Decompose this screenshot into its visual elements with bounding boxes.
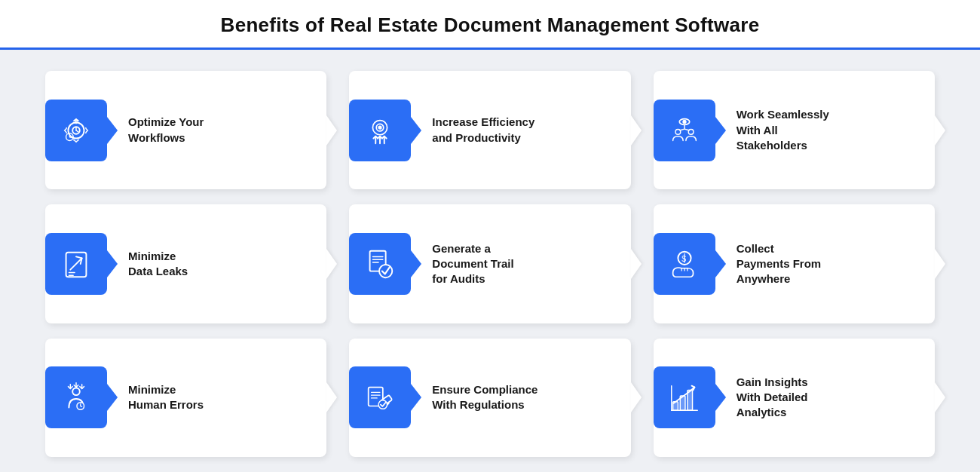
card-ensure-compliance: Ensure ComplianceWith Regulations [349,339,630,457]
icon-box-optimize [45,100,107,161]
card-gain-insights: Gain InsightsWith DetailedAnalytics [654,339,935,457]
svg-point-28 [379,265,392,277]
card-label-analytics: Gain InsightsWith DetailedAnalytics [715,367,822,428]
hand-coin-icon: $ [667,247,702,281]
svg-point-35 [72,388,80,396]
chart-arrow-icon [59,247,93,281]
gear-clock-icon [59,113,93,148]
svg-line-18 [679,129,684,130]
doc-check-icon [363,247,397,281]
icon-box-payments: $ [654,233,715,295]
header: Benefits of Real Estate Document Managem… [0,0,980,50]
svg-line-19 [684,129,690,130]
card-document-trail: Generate aDocument Trailfor Audits [349,204,630,323]
card-label-data-leaks: MinimizeData Leaks [107,241,201,287]
card-minimize-human-errors: MinimizeHuman Errors [45,339,326,457]
icon-box-document-trail [349,233,411,295]
gavel-doc-icon [363,380,397,415]
card-collect-payments: $ CollectPayments FromAnywhere [654,204,935,323]
icon-box-human-errors [45,366,107,428]
card-label-human-errors: MinimizeHuman Errors [107,375,217,421]
icon-box-efficiency [349,100,411,161]
card-label-compliance: Ensure ComplianceWith Regulations [411,375,551,421]
card-optimize-workflows: Optimize YourWorkflows [45,71,326,189]
benefits-grid: Optimize YourWorkflows Increase Efficien… [0,50,980,472]
icon-box-stakeholders [654,100,715,161]
card-label-efficiency: Increase Efficiencyand Productivity [411,107,548,153]
people-arrows-icon [59,380,93,415]
team-eye-icon [667,113,702,148]
page-title: Benefits of Real Estate Document Managem… [0,14,980,37]
icon-box-compliance [349,366,411,428]
svg-text:$: $ [681,254,686,263]
card-work-seamlessly: Work SeamlesslyWith AllStakeholders [654,71,935,189]
card-label-document-trail: Generate aDocument Trailfor Audits [411,234,527,295]
svg-point-48 [378,400,387,409]
svg-point-9 [378,126,381,129]
card-label-optimize: Optimize YourWorkflows [107,107,217,153]
card-increase-efficiency: Increase Efficiencyand Productivity [349,71,630,189]
svg-line-3 [76,130,78,132]
icon-box-analytics [654,366,715,428]
svg-point-14 [683,120,686,123]
card-label-stakeholders: Work SeamlesslyWith AllStakeholders [715,100,843,161]
arrows-up-icon [363,113,397,148]
card-label-payments: CollectPayments FromAnywhere [715,234,835,295]
card-minimize-data-leaks: MinimizeData Leaks [45,204,326,323]
bar-chart-icon [667,380,702,415]
icon-box-data-leaks [45,233,107,295]
